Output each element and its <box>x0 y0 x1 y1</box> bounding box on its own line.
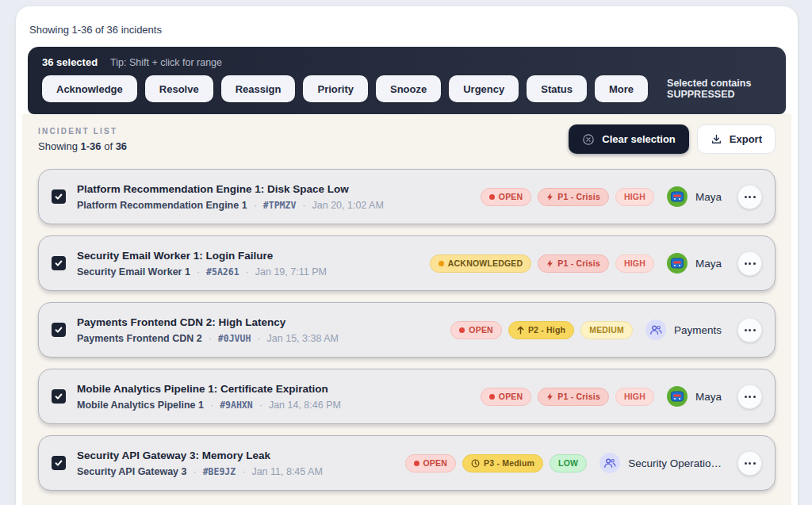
clear-selection-button[interactable]: Clear selection <box>569 124 689 154</box>
row-menu-button[interactable] <box>737 251 762 276</box>
arrow-up-icon <box>517 326 524 335</box>
status-dot-icon <box>414 461 419 466</box>
bulk-action-toolbar: 36 selected Tip: Shift + click for range… <box>28 47 786 114</box>
urgency-badge: HIGH <box>615 254 654 273</box>
download-icon <box>710 133 722 145</box>
row-checkbox[interactable] <box>52 323 66 337</box>
resource-name: Security Email Worker 1 <box>77 266 190 277</box>
ellipsis-icon <box>745 396 756 398</box>
snooze-button[interactable]: Snooze <box>376 75 441 102</box>
priority-badge: P1 - Crisis <box>538 254 609 273</box>
more-button[interactable]: More <box>595 75 648 102</box>
incident-row[interactable]: Payments Frontend CDN 2: High Latency Pa… <box>38 302 776 358</box>
priority-badge: P1 - Crisis <box>538 388 609 406</box>
checkmark-icon <box>54 258 63 268</box>
results-summary: Showing 1-36 of 36 incidents <box>29 24 798 36</box>
team-avatar <box>645 319 666 340</box>
robot-avatar <box>667 253 688 274</box>
ellipsis-icon <box>745 329 756 331</box>
status-badge: OPEN <box>450 321 502 339</box>
lightning-bolt-icon <box>546 392 553 401</box>
list-title: INCIDENT LIST <box>38 127 127 136</box>
team-avatar <box>599 453 620 473</box>
lightning-bolt-icon <box>546 259 553 268</box>
row-menu-button[interactable] <box>737 451 762 476</box>
row-checkbox[interactable] <box>52 389 66 404</box>
robot-avatar <box>667 386 688 407</box>
clock-icon <box>471 459 480 468</box>
resource-name: Mobile Analytics Pipeline 1 <box>77 400 204 411</box>
status-badge: ACKNOWLEDGED <box>430 254 532 273</box>
priority-badge: P2 - High <box>508 321 574 339</box>
urgency-badge: HIGH <box>615 388 654 406</box>
incident-row[interactable]: Mobile Analytics Pipeline 1: Certificate… <box>38 369 776 424</box>
incident-title: Security API Gateway 3: Memory Leak <box>77 450 323 461</box>
resource-name: Platform Recommendation Engine 1 <box>77 200 247 211</box>
assignee-name: Security Operatio… <box>628 457 722 469</box>
priority-badge: P1 - Crisis <box>538 188 609 206</box>
reassign-button[interactable]: Reassign <box>221 75 296 102</box>
checkmark-icon <box>54 392 63 401</box>
assignee-name: Maya <box>695 191 722 203</box>
priority-badge: P3 - Medium <box>462 454 543 472</box>
incident-row[interactable]: Platform Recommendation Engine 1: Disk S… <box>38 169 776 224</box>
assignee-name: Payments <box>674 324 722 336</box>
circle-x-icon <box>582 133 595 146</box>
acknowledge-button[interactable]: Acknowledge <box>42 75 137 102</box>
checkmark-icon <box>54 458 63 468</box>
incident-id: #9AHXN <box>220 400 253 411</box>
incident-title: Payments Frontend CDN 2: High Latency <box>77 316 339 328</box>
export-button[interactable]: Export <box>697 124 776 154</box>
incident-rows: Platform Recommendation Engine 1: Disk S… <box>22 162 791 505</box>
resource-name: Security API Gateway 3 <box>77 466 187 477</box>
urgency-badge: LOW <box>550 454 587 472</box>
row-checkbox[interactable] <box>52 189 66 204</box>
incident-date: Jan 14, 8:46 PM <box>269 400 341 411</box>
status-badge: OPEN <box>481 388 532 406</box>
resolve-button[interactable]: Resolve <box>145 75 213 102</box>
incident-title: Platform Recommendation Engine 1: Disk S… <box>77 183 384 195</box>
row-menu-button[interactable] <box>737 185 762 209</box>
status-button[interactable]: Status <box>527 75 587 102</box>
incident-panel: Showing 1-36 of 36 incidents 36 selected… <box>16 6 798 505</box>
row-menu-button[interactable] <box>737 318 762 342</box>
incident-date: Jan 11, 8:45 AM <box>251 466 322 477</box>
ellipsis-icon <box>745 262 756 265</box>
selected-count: 36 selected <box>42 56 98 68</box>
ellipsis-icon <box>745 196 756 198</box>
status-dot-icon <box>489 194 495 200</box>
urgency-badge: MEDIUM <box>580 321 633 339</box>
suppressed-warning: Selected contains SUPPRESSED <box>667 78 772 100</box>
assignee-name: Maya <box>695 391 722 403</box>
row-checkbox[interactable] <box>52 256 66 270</box>
incident-dashboard: Showing 1-36 of 36 incidents 36 selected… <box>0 0 812 505</box>
checkmark-icon <box>54 192 63 201</box>
incident-id: #0JVUH <box>218 333 251 344</box>
lightning-bolt-icon <box>546 193 553 201</box>
incident-date: Jan 20, 1:02 AM <box>312 200 384 211</box>
status-dot-icon <box>459 327 465 333</box>
checkmark-icon <box>54 325 63 335</box>
list-showing: Showing 1-36 of 36 <box>38 140 127 152</box>
status-badge: OPEN <box>405 454 457 472</box>
status-badge: OPEN <box>481 188 532 206</box>
row-checkbox[interactable] <box>52 456 66 470</box>
incident-id: #TPMZV <box>263 200 297 211</box>
list-header: INCIDENT LIST Showing 1-36 of 36 Clear s… <box>22 113 791 162</box>
incident-list-panel: INCIDENT LIST Showing 1-36 of 36 Clear s… <box>22 113 791 505</box>
row-menu-button[interactable] <box>737 384 762 409</box>
incident-row[interactable]: Security Email Worker 1: Login Failure S… <box>38 235 776 291</box>
resource-name: Payments Frontend CDN 2 <box>77 333 202 344</box>
urgency-badge: HIGH <box>615 188 654 206</box>
incident-id: #BE9JZ <box>203 466 236 477</box>
ellipsis-icon <box>745 462 756 465</box>
status-dot-icon <box>439 261 444 266</box>
incident-date: Jan 19, 7:11 PM <box>255 266 327 277</box>
robot-avatar <box>667 186 688 207</box>
incident-row[interactable]: Security API Gateway 3: Memory Leak Secu… <box>38 435 776 491</box>
incident-title: Security Email Worker 1: Login Failure <box>77 250 327 262</box>
priority-button[interactable]: Priority <box>303 75 368 102</box>
assignee-name: Maya <box>695 258 722 270</box>
urgency-button[interactable]: Urgency <box>449 75 519 102</box>
incident-date: Jan 15, 3:38 AM <box>267 333 339 344</box>
